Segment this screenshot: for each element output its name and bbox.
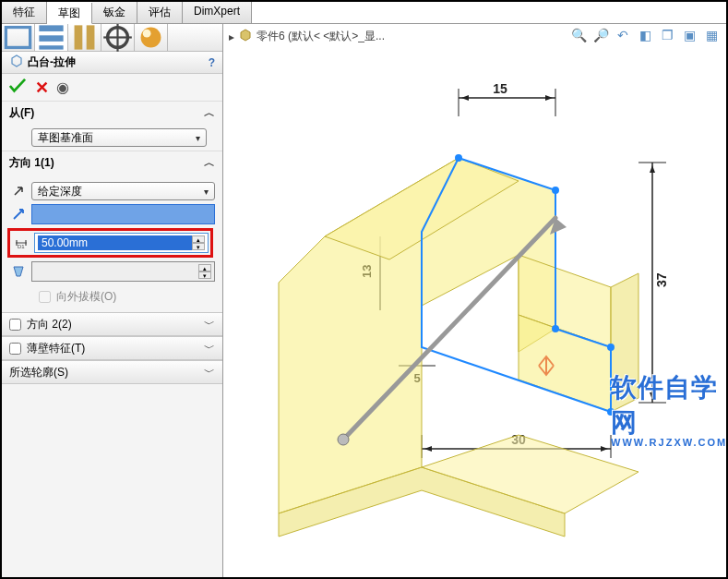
depth-input[interactable]: 50.00mm ▴▾ <box>34 233 209 253</box>
tab-dimxpert[interactable]: DimXpert <box>183 2 252 23</box>
configuration-manager-icon[interactable] <box>68 24 101 51</box>
chevron-down-icon: ﹀ <box>204 317 215 332</box>
selected-contours-label: 所选轮廓(S) <box>9 365 68 380</box>
reverse-direction-icon[interactable] <box>9 184 28 199</box>
from-dropdown-value: 草图基准面 <box>38 130 93 146</box>
direction1-group-label: 方向 1(1) <box>9 155 54 171</box>
from-group-label: 从(F) <box>9 105 34 121</box>
draft-outward-row: 向外拔模(O) <box>9 285 215 308</box>
ok-button[interactable] <box>7 78 28 97</box>
direction-vector-field[interactable] <box>31 204 215 224</box>
svg-point-31 <box>608 344 614 350</box>
from-group-header[interactable]: 从(F) ︿ <box>2 101 222 125</box>
property-manager-panel: 凸台-拉伸 ? ✕ ◉ 从(F) ︿ 草图基准面 ▾ 方向 1(1) ︿ <box>2 24 223 577</box>
svg-point-32 <box>608 409 614 415</box>
dimension-top: 15 <box>459 81 555 116</box>
svg-rect-2 <box>39 35 63 42</box>
draft-icon[interactable] <box>9 264 28 279</box>
svg-point-28 <box>456 155 461 161</box>
draft-angle-field[interactable]: ▴▾ <box>31 261 215 282</box>
property-manager-icon[interactable] <box>35 24 68 51</box>
draft-outward-label: 向外拔模(O) <box>56 289 116 305</box>
dropdown-arrow-icon: ▾ <box>196 133 200 143</box>
view-orientation-icon[interactable]: ❐ <box>658 26 676 44</box>
tab-evaluate[interactable]: 评估 <box>137 2 183 23</box>
chevron-up-icon: ︿ <box>204 155 215 171</box>
display-style-icon[interactable]: ▣ <box>680 26 698 44</box>
svg-point-29 <box>553 187 558 193</box>
tab-sketch[interactable]: 草图 <box>47 3 92 24</box>
direction1-group-body: 给定深度 ▾ D1 50.00mm ▴▾ <box>2 175 222 312</box>
dimxpert-manager-icon[interactable] <box>101 24 135 51</box>
document-tabs: 特征 草图 钣金 评估 DimXpert <box>2 2 726 24</box>
hide-show-icon[interactable]: ▦ <box>702 26 721 44</box>
thin-feature-group-header[interactable]: 薄壁特征(T) ﹀ <box>2 336 222 360</box>
svg-text:37: 37 <box>654 272 669 287</box>
direction1-group-header[interactable]: 方向 1(1) ︿ <box>2 151 222 175</box>
direction-vector-icon[interactable] <box>9 207 28 222</box>
thin-feature-checkbox[interactable] <box>9 343 21 355</box>
feature-title: 凸台-拉伸 <box>28 54 76 70</box>
confirm-row: ✕ ◉ <box>2 74 222 101</box>
feature-title-bar: 凸台-拉伸 ? <box>2 52 222 74</box>
selected-contours-group-header[interactable]: 所选轮廓(S) ﹀ <box>2 360 222 384</box>
direction2-label: 方向 2(2) <box>27 317 72 332</box>
display-manager-icon[interactable] <box>135 24 168 51</box>
svg-rect-3 <box>39 45 63 49</box>
direction2-checkbox[interactable] <box>9 319 21 331</box>
from-group-body: 草图基准面 ▾ <box>2 125 222 151</box>
tab-features[interactable]: 特征 <box>2 2 47 23</box>
breadcrumb[interactable]: ▸ 零件6 (默认< <默认>_显... <box>229 28 385 45</box>
depth-spinner[interactable]: ▴▾ <box>192 235 205 250</box>
svg-text:15: 15 <box>493 81 507 96</box>
main-container: 凸台-拉伸 ? ✕ ◉ 从(F) ︿ 草图基准面 ▾ 方向 1(1) ︿ <box>2 24 726 577</box>
previous-view-icon[interactable]: ↶ <box>614 26 632 44</box>
zoom-fit-icon[interactable]: 🔍 <box>569 26 588 44</box>
svg-rect-4 <box>75 25 83 49</box>
dropdown-arrow-icon: ▾ <box>204 187 209 197</box>
depth-value: 50.00mm <box>38 235 192 250</box>
zoom-window-icon[interactable]: 🔎 <box>591 26 610 44</box>
svg-text:D1: D1 <box>18 244 25 249</box>
svg-point-9 <box>141 28 161 48</box>
dimension-right: 37 <box>638 163 669 403</box>
help-icon[interactable]: ? <box>209 56 215 69</box>
chevron-down-icon: ﹀ <box>204 341 215 356</box>
end-condition-dropdown[interactable]: 给定深度 ▾ <box>31 182 215 200</box>
draft-spinner[interactable]: ▴▾ <box>198 264 211 279</box>
breadcrumb-arrow-icon: ▸ <box>229 30 234 43</box>
extrude-preview-body <box>279 158 638 537</box>
depth-highlight-box: D1 50.00mm ▴▾ <box>7 228 213 258</box>
svg-point-30 <box>553 326 558 332</box>
tab-sheetmetal[interactable]: 钣金 <box>92 2 137 23</box>
breadcrumb-text: 零件6 (默认< <默认>_显... <box>257 29 385 44</box>
section-view-icon[interactable]: ◧ <box>636 26 654 44</box>
graphics-viewport[interactable]: ▸ 零件6 (默认< <默认>_显... 🔍 🔎 ↶ ◧ ❐ ▣ ▦ 15 <box>223 24 726 577</box>
chevron-down-icon: ﹀ <box>204 365 215 380</box>
part-icon <box>238 28 253 45</box>
chevron-up-icon: ︿ <box>204 105 215 121</box>
extrude-icon <box>9 54 24 71</box>
from-dropdown[interactable]: 草图基准面 ▾ <box>31 128 207 147</box>
panel-iconrow <box>2 24 222 52</box>
thin-feature-label: 薄壁特征(T) <box>27 341 85 356</box>
svg-rect-0 <box>6 28 30 48</box>
svg-rect-1 <box>39 25 63 31</box>
svg-point-10 <box>143 30 151 38</box>
preview-toggle-icon[interactable]: ◉ <box>56 78 69 96</box>
svg-point-34 <box>338 434 349 445</box>
depth-icon: D1 <box>12 235 30 250</box>
cancel-button[interactable]: ✕ <box>35 79 49 96</box>
end-condition-value: 给定深度 <box>38 184 82 199</box>
model-preview: 15 37 30 5 <box>242 70 703 550</box>
design-tree-icon[interactable] <box>2 24 35 51</box>
view-toolbar: 🔍 🔎 ↶ ◧ ❐ ▣ ▦ <box>569 26 721 44</box>
direction2-group-header[interactable]: 方向 2(2) ﹀ <box>2 312 222 336</box>
draft-outward-checkbox[interactable] <box>39 291 51 303</box>
svg-rect-5 <box>87 25 95 49</box>
